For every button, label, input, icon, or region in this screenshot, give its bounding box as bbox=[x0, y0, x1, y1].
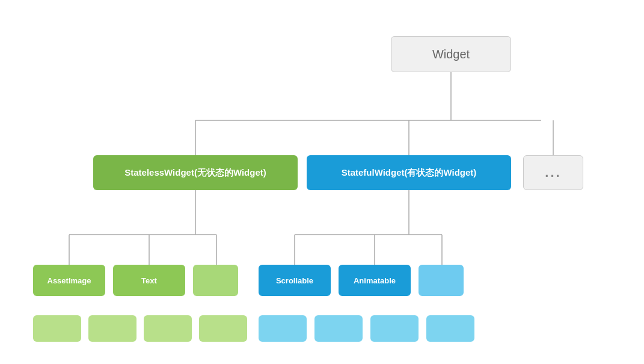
stateless-widget-node: StatelessWidget(无状态的Widget) bbox=[93, 155, 298, 190]
blue-l3-node-3 bbox=[370, 315, 419, 342]
blue-blank-node-1 bbox=[419, 265, 464, 296]
animatable-node: Animatable bbox=[339, 265, 411, 296]
green-l3-node-4 bbox=[199, 315, 247, 342]
green-blank-node-1 bbox=[193, 265, 238, 296]
green-l3-node-3 bbox=[144, 315, 192, 342]
text-node: Text bbox=[113, 265, 185, 296]
blue-l3-node-1 bbox=[259, 315, 307, 342]
stateful-widget-node: StatefulWidget(有状态的Widget) bbox=[307, 155, 511, 190]
assetimage-node: AssetImage bbox=[33, 265, 105, 296]
green-l3-node-1 bbox=[33, 315, 81, 342]
dots-node: ... bbox=[523, 155, 583, 190]
blue-l3-node-2 bbox=[314, 315, 363, 342]
widget-hierarchy-diagram: Widget StatelessWidget(无状态的Widget) State… bbox=[0, 0, 644, 364]
green-l3-node-2 bbox=[88, 315, 136, 342]
widget-node: Widget bbox=[391, 36, 511, 72]
scrollable-node: Scrollable bbox=[259, 265, 331, 296]
blue-l3-node-4 bbox=[426, 315, 474, 342]
